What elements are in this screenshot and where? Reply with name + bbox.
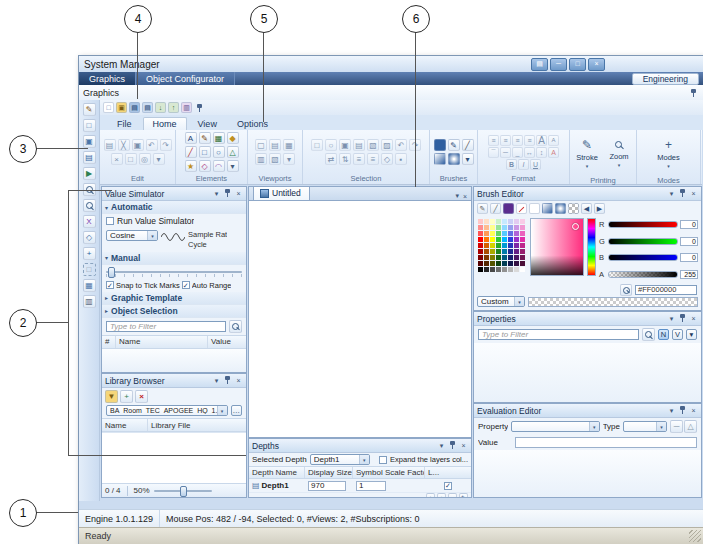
palette-swatch[interactable]: [514, 249, 519, 254]
xaml-view-icon[interactable]: X: [83, 215, 96, 228]
edit-pen-icon[interactable]: ✎: [83, 103, 96, 116]
palette-swatch[interactable]: [478, 219, 483, 224]
palette-swatch[interactable]: [508, 261, 513, 266]
bold-button[interactable]: B: [506, 159, 517, 170]
palette-swatch[interactable]: [496, 231, 501, 236]
ungroup-icon[interactable]: ▤: [353, 139, 365, 151]
statistics-icon[interactable]: ▥: [181, 102, 192, 113]
copy-icon[interactable]: ▣: [132, 139, 144, 151]
panel-menu-button[interactable]: ▾: [212, 376, 221, 385]
selected-depth-select[interactable]: Depth1 ▾: [310, 454, 370, 465]
move-depth-up-icon[interactable]: ↑: [426, 493, 435, 498]
grid-icon[interactable]: ▦: [83, 279, 96, 292]
line-tool-icon[interactable]: ╱: [185, 146, 197, 158]
italic-button[interactable]: I: [518, 159, 529, 170]
open-display-icon[interactable]: ▣: [83, 135, 96, 148]
panel-pin-button[interactable]: [223, 189, 232, 198]
panel-menu-button[interactable]: ▾: [667, 189, 676, 198]
palette-swatch[interactable]: [502, 231, 507, 236]
palette-swatch[interactable]: [484, 219, 489, 224]
diamond-tool-icon[interactable]: ◇: [199, 160, 211, 172]
library-select[interactable]: BA_Room_TEC_APOGEE_HQ_1... ▾: [106, 405, 228, 416]
arc-tool-icon[interactable]: ◠: [213, 160, 225, 172]
sort-by-name-button[interactable]: N: [658, 329, 669, 340]
lock-icon[interactable]: ▪: [395, 153, 407, 165]
palette-swatch[interactable]: [484, 261, 489, 266]
palette-swatch[interactable]: [520, 237, 525, 242]
panel-pin-button[interactable]: [678, 406, 687, 415]
ellipse-tool-icon[interactable]: ○: [213, 146, 225, 158]
distribute-h-icon[interactable]: ↔: [524, 147, 535, 158]
viewport-grid-icon[interactable]: ▦: [283, 139, 295, 151]
palette-swatch[interactable]: [496, 237, 501, 242]
viewport-link-icon[interactable]: ▤: [269, 139, 281, 151]
saturation-value-picker[interactable]: [530, 218, 584, 276]
align-center-icon[interactable]: ≡: [500, 135, 511, 146]
star-tool-icon[interactable]: ★: [185, 160, 197, 172]
palette-swatch[interactable]: [520, 267, 525, 272]
library-zoom-slider[interactable]: [154, 486, 212, 496]
sort-by-value-button[interactable]: V: [672, 329, 683, 340]
restore-button[interactable]: □: [569, 58, 586, 71]
column-header[interactable]: Symbol Scale Factor: [353, 467, 425, 478]
palette-swatch[interactable]: [514, 255, 519, 260]
section-manual[interactable]: ▾ Manual: [102, 252, 246, 265]
layout-button[interactable]: ▤: [531, 58, 548, 71]
ribbon-tab-file[interactable]: File: [108, 118, 141, 130]
section-object-selection[interactable]: ▸ Object Selection: [102, 305, 246, 318]
lasso-select-icon[interactable]: ○: [325, 139, 337, 151]
palette-swatch[interactable]: [490, 261, 495, 266]
snap-icon[interactable]: ◇: [381, 153, 393, 165]
evaluate-icon[interactable]: ─: [670, 420, 683, 433]
next-brush-icon[interactable]: ▶: [594, 203, 605, 214]
new-display-icon[interactable]: □: [83, 119, 96, 132]
column-header[interactable]: Value: [208, 336, 246, 348]
palette-swatch[interactable]: [508, 225, 513, 230]
object-selection-list[interactable]: [102, 349, 246, 373]
cut-icon[interactable]: ╳: [118, 139, 130, 151]
waveform-select[interactable]: Cosine ▾: [106, 230, 158, 241]
palette-swatch[interactable]: [490, 243, 495, 248]
color-search-icon[interactable]: [620, 284, 632, 296]
palette-swatch[interactable]: [496, 225, 501, 230]
new-display-icon[interactable]: □: [103, 102, 114, 113]
auto-range-checkbox[interactable]: ✓: [182, 281, 190, 289]
white-brush-icon[interactable]: [529, 203, 540, 214]
palette-swatch[interactable]: [502, 225, 507, 230]
drawing-canvas[interactable]: [248, 200, 472, 438]
green-channel-value[interactable]: 0: [680, 237, 698, 246]
select-all-icon[interactable]: □: [125, 153, 137, 165]
palette-swatch[interactable]: [520, 243, 525, 248]
save-all-icon[interactable]: ▤: [142, 102, 153, 113]
image-brush-icon[interactable]: [568, 203, 579, 214]
palette-swatch[interactable]: [484, 225, 489, 230]
palette-swatch[interactable]: [490, 249, 495, 254]
red-channel-value[interactable]: 0: [680, 220, 698, 229]
palette-swatch[interactable]: [514, 261, 519, 266]
palette-tool-icon[interactable]: ◆: [227, 132, 239, 144]
palette-swatch[interactable]: [484, 243, 489, 248]
palette-swatch[interactable]: [508, 237, 513, 242]
viewport-options-icon[interactable]: ▾: [283, 153, 295, 165]
palette-swatch[interactable]: [508, 249, 513, 254]
redo-icon[interactable]: ↷: [160, 139, 172, 151]
move-depth-down-icon[interactable]: ↓: [437, 493, 446, 498]
panel-menu-button[interactable]: ▾: [667, 406, 676, 415]
value-field[interactable]: [515, 437, 697, 448]
properties-filter-input[interactable]: Type to Filter: [478, 329, 639, 340]
manual-value-slider[interactable]: [106, 267, 242, 277]
null-brush-icon[interactable]: [516, 203, 527, 214]
expand-layers-checkbox[interactable]: [379, 456, 387, 464]
print-icon[interactable]: ▥: [83, 295, 96, 308]
depth-lock-checkbox[interactable]: ✓: [444, 482, 452, 490]
panel-pin-button[interactable]: [448, 441, 457, 450]
properties-list[interactable]: [474, 343, 701, 402]
new-viewport-icon[interactable]: ▢: [255, 139, 267, 151]
rectangle-tool-icon[interactable]: □: [199, 146, 211, 158]
panel-close-button[interactable]: ×: [459, 441, 468, 450]
depth-settings-icon[interactable]: ✎: [459, 493, 468, 498]
blue-channel-slider[interactable]: [608, 254, 678, 261]
palette-swatch[interactable]: [514, 237, 519, 242]
search-icon[interactable]: [229, 320, 242, 333]
viewport-list-icon[interactable]: ▥: [255, 153, 267, 165]
